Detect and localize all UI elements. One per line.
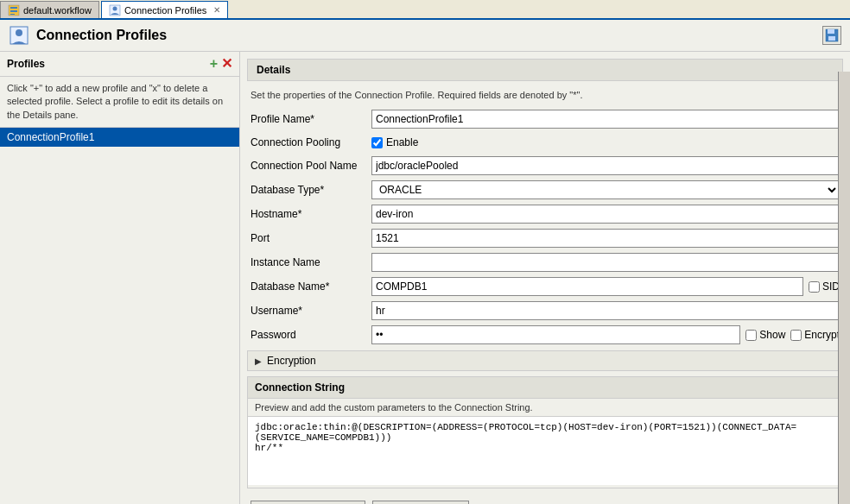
bottom-buttons: Custom Parameters Test Connection [240, 494, 850, 504]
database-name-input[interactable] [371, 277, 803, 296]
password-label: Password [251, 329, 371, 341]
instance-name-input[interactable] [371, 253, 840, 272]
save-button[interactable] [822, 26, 841, 45]
page-header-icon [9, 25, 29, 46]
profiles-actions: + ✕ [210, 57, 232, 71]
instance-name-field [371, 253, 840, 272]
password-input[interactable] [371, 325, 740, 344]
scrollbar[interactable] [838, 72, 850, 504]
svg-rect-1 [10, 7, 17, 9]
add-profile-button[interactable]: + [210, 57, 218, 71]
profile-item-name: ConnectionProfile1 [7, 131, 94, 143]
details-panel: Details Set the properties of the Connec… [240, 52, 850, 504]
custom-parameters-button[interactable]: Custom Parameters [251, 501, 365, 504]
port-input[interactable] [371, 229, 840, 248]
page-header: Connection Profiles [0, 20, 850, 52]
db-name-row: SID [371, 277, 840, 296]
profile-item[interactable]: ConnectionProfile1 [0, 128, 239, 147]
connection-string-section: Connection String Preview and add the cu… [247, 376, 843, 488]
show-checkbox-label[interactable]: Show [745, 329, 785, 341]
connection-pool-name-input[interactable] [371, 156, 840, 175]
encrypt-checkbox[interactable] [790, 330, 802, 341]
username-row: Username* [240, 299, 850, 323]
instance-name-row: Instance Name [240, 250, 850, 274]
save-icon [825, 28, 839, 42]
connection-pooling-row: Connection Pooling Enable [240, 131, 850, 154]
workflow-icon [8, 4, 20, 16]
connection-string-header: Connection String [248, 377, 842, 399]
hostname-field [371, 205, 840, 224]
profile-tab-icon [109, 4, 121, 16]
tab-bar: default.workflow Connection Profiles ✕ [0, 0, 850, 20]
svg-rect-10 [828, 36, 835, 41]
delete-profile-button[interactable]: ✕ [221, 57, 232, 71]
profiles-title: Profiles [7, 58, 45, 70]
details-section-header: Details [247, 59, 843, 81]
port-label: Port [251, 232, 371, 244]
password-row-inner: Show Encrypt [371, 325, 840, 344]
instance-name-label: Instance Name [251, 256, 371, 268]
profile-name-input[interactable] [371, 110, 840, 129]
show-label: Show [759, 329, 785, 341]
page-header-left: Connection Profiles [9, 25, 167, 46]
profiles-hint: Click "+" to add a new profile and "x" t… [0, 77, 239, 128]
connection-pooling-checkbox[interactable] [371, 137, 383, 148]
svg-rect-9 [828, 29, 834, 34]
connection-string-desc: Preview and add the custom parameters to… [248, 399, 842, 416]
profile-name-row: Profile Name* [240, 107, 850, 131]
hostname-label: Hostname* [251, 208, 371, 220]
connection-string-textarea[interactable]: jdbc:oracle:thin:@(DESCRIPTION=(ADDRESS=… [248, 416, 842, 485]
sid-checkbox[interactable] [809, 281, 820, 293]
database-name-field: SID [371, 277, 840, 296]
encrypt-label: Encrypt [804, 329, 840, 341]
profile-list: ConnectionProfile1 [0, 128, 239, 504]
username-label: Username* [251, 305, 371, 317]
tab-default-workflow[interactable]: default.workflow [0, 1, 99, 18]
sid-checkbox-label[interactable]: SID [809, 280, 840, 293]
test-connection-button[interactable]: Test Connection [372, 501, 469, 504]
sid-label: SID [822, 280, 840, 293]
hostname-row: Hostname* [240, 202, 850, 226]
page-title: Connection Profiles [36, 28, 167, 43]
connection-pooling-checkbox-label[interactable]: Enable [371, 136, 418, 148]
encryption-title: Encryption [267, 355, 316, 367]
details-description: Set the properties of the Connection Pro… [240, 86, 850, 107]
details-outer: Details Set the properties of the Connec… [240, 52, 850, 504]
connection-pooling-field: Enable [371, 136, 840, 148]
connection-pooling-check-text: Enable [386, 136, 418, 148]
svg-point-7 [16, 29, 22, 36]
tab-connection-profiles-label: Connection Profiles [124, 5, 206, 16]
svg-rect-2 [10, 10, 17, 12]
tab-connection-profiles[interactable]: Connection Profiles ✕ [101, 1, 228, 18]
connection-pool-name-field [371, 156, 840, 175]
database-name-row: Database Name* SID [240, 274, 850, 299]
profiles-header: Profiles + ✕ [0, 52, 239, 77]
svg-rect-3 [10, 14, 15, 15]
database-type-label: Database Type* [251, 184, 371, 196]
connection-pooling-label: Connection Pooling [251, 136, 371, 148]
tab-default-workflow-label: default.workflow [23, 5, 92, 16]
port-field [371, 229, 840, 248]
svg-point-5 [112, 6, 117, 10]
show-checkbox[interactable] [745, 330, 757, 341]
port-row: Port [240, 226, 850, 250]
encryption-header[interactable]: ▶ Encryption [248, 351, 842, 370]
connection-pool-name-row: Connection Pool Name [240, 154, 850, 178]
profile-name-field [371, 110, 840, 129]
password-field: Show Encrypt [371, 325, 840, 344]
tab-close-icon[interactable]: ✕ [213, 5, 220, 15]
profile-name-label: Profile Name* [251, 113, 371, 125]
password-row: Password Show Encrypt [240, 323, 850, 347]
encryption-section: ▶ Encryption [247, 350, 843, 371]
connection-pool-name-label: Connection Pool Name [251, 160, 371, 172]
encryption-toggle-icon: ▶ [255, 356, 262, 366]
username-input[interactable] [371, 301, 840, 320]
hostname-input[interactable] [371, 205, 840, 224]
username-field [371, 301, 840, 320]
database-type-field: ORACLE MySQL SQL Server PostgreSQL [371, 180, 840, 199]
content-layout: Profiles + ✕ Click "+" to add a new prof… [0, 52, 850, 504]
main-area: Connection Profiles Profiles + ✕ Click "… [0, 20, 850, 504]
database-type-select[interactable]: ORACLE MySQL SQL Server PostgreSQL [371, 180, 840, 199]
database-type-row: Database Type* ORACLE MySQL SQL Server P… [240, 178, 850, 202]
encrypt-checkbox-label[interactable]: Encrypt [790, 329, 840, 341]
